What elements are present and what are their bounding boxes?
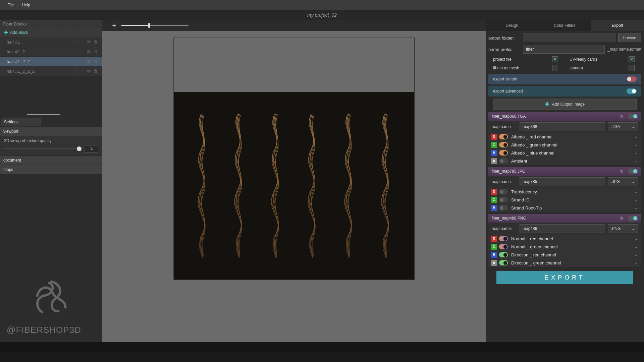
- channel-row: ADirection _ green channel⌄: [488, 259, 641, 267]
- menu-file[interactable]: File: [3, 1, 18, 9]
- canvas[interactable]: [102, 31, 486, 342]
- channel-toggle[interactable]: [499, 158, 508, 164]
- camera-checkbox[interactable]: [629, 65, 635, 71]
- channel-row: RNormal _ red channel⌄: [488, 235, 641, 243]
- fiber-preview: [174, 92, 414, 280]
- chevron-down-icon[interactable]: ⌄: [635, 236, 638, 241]
- fibers-mesh-checkbox[interactable]: [552, 65, 558, 71]
- format-select[interactable]: .TGA⌄: [608, 122, 638, 131]
- channel-chip: R: [491, 134, 497, 140]
- tab-color-filters[interactable]: Color Filters: [538, 20, 591, 31]
- channel-toggle[interactable]: [499, 252, 508, 257]
- export-advanced-row[interactable]: export advanced: [488, 86, 641, 97]
- light-slider[interactable]: [121, 22, 189, 29]
- block-label: hair #1_2_2: [7, 59, 77, 64]
- channel-label: Direction _ red channel: [510, 252, 633, 257]
- channel-row: BAlbedo _ blue channel⌄: [488, 149, 641, 157]
- tab-export[interactable]: Export: [591, 20, 644, 31]
- block-label: hair #1_2_2_2: [7, 69, 77, 74]
- format-select[interactable]: .JPG⌄: [608, 177, 638, 186]
- chevron-down-icon[interactable]: ⌄: [635, 159, 638, 163]
- quality-value[interactable]: 4: [85, 145, 98, 153]
- export-simple-toggle[interactable]: [627, 76, 637, 82]
- trash-icon[interactable]: 🗑: [620, 169, 625, 174]
- block-item[interactable]: hair #1_2_2⦙⦙⧉🗑: [0, 57, 102, 66]
- channel-row: RTranslucency⌄: [488, 188, 641, 196]
- chevron-down-icon[interactable]: ⌄: [635, 252, 638, 257]
- export-simple-label: export simple: [493, 77, 517, 81]
- block-item[interactable]: hair #1_2_2_2⦙⦙⧉🗑: [0, 66, 102, 76]
- name-prefix-label: name prefix:: [488, 47, 520, 52]
- uv-cards-checkbox[interactable]: [629, 56, 635, 62]
- chevron-down-icon[interactable]: ⌄: [635, 142, 638, 147]
- add-block-button[interactable]: ✚ Add Block: [0, 28, 102, 37]
- channel-toggle[interactable]: [499, 150, 508, 156]
- suffix-label: _map name.format: [607, 47, 641, 52]
- chevron-down-icon[interactable]: ⌄: [635, 197, 638, 202]
- channel-chip: R: [491, 236, 497, 242]
- trash-icon[interactable]: 🗑: [93, 68, 99, 74]
- output-folder-input[interactable]: [523, 34, 615, 42]
- export-button[interactable]: EXPORT: [496, 271, 633, 284]
- output-toggle[interactable]: [628, 216, 638, 221]
- output-toggle[interactable]: [628, 169, 638, 174]
- tab-design[interactable]: Design: [486, 20, 538, 31]
- chevron-down-icon[interactable]: ⌄: [635, 260, 638, 265]
- chevron-down-icon[interactable]: ⌄: [635, 244, 638, 249]
- add-output-button[interactable]: ✚ Add Output Image: [493, 99, 637, 110]
- chevron-down-icon[interactable]: ⌄: [635, 150, 638, 155]
- map-name-input[interactable]: [520, 122, 605, 131]
- right-tabs: Design Color Filters Export: [486, 20, 644, 31]
- drag-handle-icon[interactable]: ⦙⦙: [77, 69, 81, 73]
- block-item[interactable]: hair #1⦙⦙⧉🗑: [0, 37, 102, 47]
- drag-handle-icon[interactable]: ⦙⦙: [77, 59, 81, 64]
- channel-toggle[interactable]: [499, 142, 508, 147]
- channel-chip: G: [491, 197, 497, 203]
- section-document[interactable]: document: [0, 156, 102, 165]
- duplicate-icon[interactable]: ⧉: [86, 68, 92, 74]
- project-file-checkbox[interactable]: [552, 56, 558, 62]
- output-folder-label: output folder:: [488, 36, 520, 41]
- name-prefix-input[interactable]: [523, 45, 605, 54]
- block-item[interactable]: hair #1_2⦙⦙⧉🗑: [0, 47, 102, 57]
- channel-toggle[interactable]: [499, 205, 508, 210]
- duplicate-icon[interactable]: ⧉: [86, 49, 92, 55]
- browse-button[interactable]: browse: [618, 34, 641, 42]
- section-viewport[interactable]: viewport: [0, 127, 102, 136]
- map-name-input[interactable]: [520, 177, 605, 186]
- map-name-input[interactable]: [520, 224, 605, 233]
- fibers-mesh-label: fibers as mesh: [493, 66, 519, 70]
- duplicate-icon[interactable]: ⧉: [86, 39, 92, 45]
- chevron-down-icon: ⌄: [632, 124, 635, 129]
- fiber-blocks-header: Fiber Blocks: [0, 20, 102, 28]
- chevron-down-icon[interactable]: ⌄: [635, 189, 638, 194]
- channel-toggle[interactable]: [499, 189, 508, 194]
- channel-toggle[interactable]: [499, 236, 508, 241]
- trash-icon[interactable]: 🗑: [93, 49, 99, 55]
- export-simple-row[interactable]: export simple: [488, 74, 641, 84]
- output-toggle[interactable]: [628, 114, 638, 119]
- export-advanced-toggle[interactable]: [627, 88, 637, 94]
- menubar: File Help: [0, 0, 644, 10]
- channel-toggle[interactable]: [499, 260, 508, 265]
- channel-toggle[interactable]: [499, 134, 508, 139]
- format-select[interactable]: .PNG⌄: [608, 224, 638, 233]
- watermark-text: @FIBERSHOP3D: [7, 325, 96, 335]
- trash-icon[interactable]: 🗑: [620, 114, 625, 119]
- chevron-down-icon[interactable]: ⌄: [635, 205, 638, 210]
- drag-handle-icon[interactable]: ⦙⦙: [77, 40, 81, 44]
- menu-help[interactable]: Help: [18, 1, 34, 9]
- duplicate-icon[interactable]: ⧉: [86, 58, 92, 64]
- drag-handle-icon[interactable]: ⦙⦙: [77, 49, 81, 54]
- channel-toggle[interactable]: [499, 197, 508, 202]
- chevron-down-icon[interactable]: ⌄: [635, 134, 638, 139]
- map-name-row: map name:.TGA⌄: [488, 121, 641, 133]
- trash-icon[interactable]: 🗑: [620, 216, 625, 221]
- output-header: fiber_map486.PNG🗑: [488, 214, 641, 223]
- section-maps[interactable]: maps: [0, 165, 102, 174]
- settings-tab[interactable]: Settings: [1, 118, 41, 126]
- trash-icon[interactable]: 🗑: [93, 58, 99, 64]
- trash-icon[interactable]: 🗑: [93, 39, 99, 45]
- channel-toggle[interactable]: [499, 244, 508, 249]
- quality-slider[interactable]: [4, 148, 82, 149]
